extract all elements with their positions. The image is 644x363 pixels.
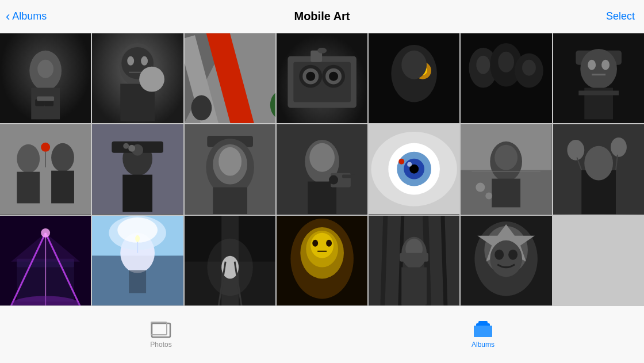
svg-point-83 <box>398 159 404 165</box>
albums-tab-label: Albums <box>471 341 494 349</box>
navigation-bar: ‹ Albums Mobile Art Select <box>0 0 644 33</box>
photos-tab-label: Photos <box>150 341 171 349</box>
svg-line-133 <box>383 216 386 305</box>
svg-point-26 <box>329 72 338 81</box>
photo-cell[interactable] <box>277 33 367 123</box>
photo-cell[interactable] <box>461 33 551 123</box>
svg-point-82 <box>407 162 412 167</box>
svg-point-23 <box>306 72 315 81</box>
svg-point-91 <box>486 193 493 200</box>
tab-albums[interactable]: Albums <box>448 321 518 349</box>
svg-point-62 <box>124 143 129 149</box>
back-button[interactable]: ‹ Albums <box>6 10 47 23</box>
svg-point-43 <box>580 49 617 89</box>
svg-point-114 <box>135 235 140 242</box>
tab-photos[interactable]: Photos <box>126 321 195 349</box>
svg-point-90 <box>476 183 485 192</box>
photo-cell[interactable] <box>461 124 551 214</box>
svg-point-44 <box>588 60 596 70</box>
select-button[interactable]: Select <box>606 10 635 22</box>
svg-rect-48 <box>578 91 619 95</box>
svg-rect-138 <box>401 267 427 304</box>
svg-rect-59 <box>123 175 153 212</box>
svg-rect-5 <box>37 97 54 101</box>
photos-tab-icon <box>151 321 171 338</box>
svg-point-96 <box>611 137 627 157</box>
svg-point-33 <box>401 51 427 79</box>
svg-line-136 <box>443 216 446 305</box>
svg-point-4 <box>37 60 53 78</box>
svg-point-9 <box>141 56 148 66</box>
photo-cell[interactable] <box>0 216 91 305</box>
svg-rect-88 <box>492 179 521 208</box>
svg-point-145 <box>490 240 523 277</box>
photo-grid <box>0 33 644 305</box>
photo-cell[interactable] <box>553 124 644 214</box>
svg-point-147 <box>509 249 518 259</box>
photo-cell[interactable] <box>92 124 183 214</box>
svg-point-54 <box>41 143 50 152</box>
svg-point-39 <box>499 52 515 72</box>
photo-cell[interactable] <box>92 33 183 123</box>
svg-rect-53 <box>51 171 74 204</box>
svg-point-95 <box>567 140 584 161</box>
photo-cell[interactable] <box>369 33 459 123</box>
photo-cell[interactable] <box>185 216 275 305</box>
svg-rect-75 <box>342 175 356 178</box>
svg-point-38 <box>477 56 490 74</box>
svg-point-8 <box>127 56 134 66</box>
svg-point-146 <box>495 249 504 259</box>
photo-cell[interactable] <box>185 33 275 123</box>
svg-point-51 <box>51 143 74 172</box>
svg-point-87 <box>495 145 518 170</box>
svg-rect-49 <box>0 124 91 214</box>
svg-point-74 <box>329 175 338 185</box>
photo-cell[interactable] <box>369 124 459 214</box>
svg-rect-153 <box>474 326 492 337</box>
svg-rect-68 <box>213 188 247 215</box>
photo-cell[interactable] <box>461 216 551 305</box>
svg-rect-140 <box>400 253 428 261</box>
photo-cell[interactable] <box>92 216 183 305</box>
tab-bar: Photos Albums <box>0 305 644 363</box>
svg-point-17 <box>191 95 212 121</box>
svg-point-45 <box>601 60 610 70</box>
svg-point-67 <box>218 147 241 176</box>
svg-rect-149 <box>151 322 167 335</box>
page-title: Mobile Art <box>294 10 350 23</box>
svg-point-40 <box>522 60 536 76</box>
svg-point-94 <box>584 146 613 181</box>
svg-point-128 <box>312 239 318 246</box>
photo-cell[interactable] <box>0 33 91 123</box>
svg-rect-52 <box>17 172 40 204</box>
photo-cell[interactable] <box>277 216 367 305</box>
photo-cell[interactable] <box>277 124 367 214</box>
photo-cell[interactable] <box>369 216 459 305</box>
photo-cell[interactable] <box>553 33 644 123</box>
svg-point-12 <box>139 67 164 92</box>
svg-point-120 <box>207 238 253 296</box>
photo-cell[interactable] <box>185 124 275 214</box>
svg-point-129 <box>326 239 332 246</box>
albums-tab-icon <box>473 321 493 338</box>
svg-point-106 <box>41 228 50 238</box>
svg-rect-115 <box>129 270 146 293</box>
photo-cell[interactable] <box>0 124 91 214</box>
back-label: Albums <box>12 10 47 22</box>
svg-point-28 <box>317 48 327 54</box>
chevron-left-icon: ‹ <box>6 10 10 23</box>
svg-point-50 <box>17 144 40 173</box>
svg-point-71 <box>309 143 335 172</box>
svg-point-61 <box>128 145 135 152</box>
